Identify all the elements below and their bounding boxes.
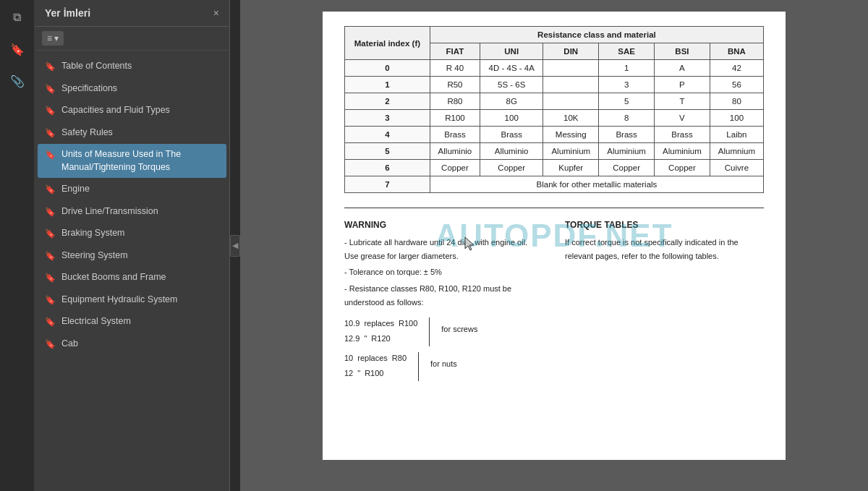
sidebar-item-toc[interactable]: 🔖 Table of Contents xyxy=(38,56,226,77)
cell-uni: 4D - 4S - 4A xyxy=(480,60,543,77)
sidebar-item-capacities[interactable]: 🔖 Capacities and Fluid Types xyxy=(38,100,226,121)
cell-fiat: R50 xyxy=(430,77,480,93)
cell-sae: Copper xyxy=(599,160,655,176)
sidebar-item-cab[interactable]: 🔖 Cab xyxy=(38,333,226,355)
sidebar-item-units[interactable]: 🔖 Units of Measure Used in The Manual/Ti… xyxy=(38,144,226,178)
cell-din: Aluminium xyxy=(543,143,599,160)
cell-sae: Aluminium xyxy=(599,143,655,160)
cell-index: 0 xyxy=(345,60,430,77)
cell-bna: Alumnium xyxy=(710,143,763,160)
cell-uni: Copper xyxy=(480,160,543,176)
table-header-material: Material index (f) xyxy=(345,27,430,60)
bookmark-icon-safety: 🔖 xyxy=(45,128,56,138)
table-row: 1 R50 5S - 6S 3 P 56 xyxy=(345,77,764,93)
bookmark-icon-cab: 🔖 xyxy=(45,339,56,349)
vertical-bar xyxy=(418,352,419,381)
cell-bna: 100 xyxy=(710,110,763,127)
bookmark-icon-steering: 🔖 xyxy=(45,251,56,261)
sidebar-label-cab: Cab xyxy=(61,338,78,351)
sidebar-label-capacities: Capacities and Fluid Types xyxy=(61,104,170,117)
cell-bna: Laibn xyxy=(710,127,763,143)
torque-section: TORQUE TABLES If correct torque is not s… xyxy=(565,220,764,381)
cell-bsi: A xyxy=(655,60,710,77)
two-col-section: WARNING - Lubricate all hardware until 2… xyxy=(344,220,764,381)
sidebar-label-bucket: Bucket Booms and Frame xyxy=(61,271,166,284)
warning-item: - Lubricate all hardware until 24 dia., … xyxy=(344,236,543,262)
cell-bna: 80 xyxy=(710,93,763,110)
sidebar-item-specs[interactable]: 🔖 Specifications xyxy=(38,78,226,100)
sidebar-label-steering: Steering System xyxy=(61,249,128,262)
cell-uni: Brass xyxy=(480,127,543,143)
warning-item: - Resistance classes R80, R100, R120 mus… xyxy=(344,282,543,309)
bookmark-icon-braking: 🔖 xyxy=(45,229,56,239)
sidebar-label-electrical: Electrical System xyxy=(61,315,131,328)
sidebar-item-drivetrain[interactable]: 🔖 Drive Line/Transmission xyxy=(38,201,226,223)
cell-bna: Cuivre xyxy=(710,160,763,176)
replace-table: 10.9replacesR10012.9"R120 for screws 10r… xyxy=(344,316,543,381)
bookmark-icon-capacities: 🔖 xyxy=(45,106,56,116)
sidebar-item-steering[interactable]: 🔖 Steering System xyxy=(38,245,226,267)
cell-sae: Brass xyxy=(599,127,655,143)
cell-bsi: P xyxy=(655,77,710,93)
bookmark-toolbar-icon[interactable]: 🔖 xyxy=(6,38,29,61)
sidebar-label-drivetrain: Drive Line/Transmission xyxy=(61,205,158,218)
paperclip-toolbar-icon[interactable]: 📎 xyxy=(6,69,29,93)
sidebar-item-electrical[interactable]: 🔖 Electrical System xyxy=(38,311,226,333)
sidebar-item-braking[interactable]: 🔖 Braking System xyxy=(38,223,226,244)
cell-din: Messing xyxy=(543,127,599,143)
cell-index: 4 xyxy=(345,127,430,143)
for-screws-label: for screws xyxy=(441,316,477,337)
cell-uni: 8G xyxy=(480,93,543,110)
warning-body: - Lubricate all hardware until 24 dia., … xyxy=(344,236,543,309)
cell-index: 7 xyxy=(345,176,430,193)
table-row: 5 Alluminio Alluminio Aluminium Aluminiu… xyxy=(345,143,764,160)
bookmark-icon-electrical: 🔖 xyxy=(45,317,56,327)
col-header-bna: BNA xyxy=(710,43,763,60)
cell-fiat: R100 xyxy=(430,110,480,127)
cell-fiat: R80 xyxy=(430,93,480,110)
replace-row: 10replacesR80 xyxy=(344,351,407,366)
col-header-uni: UNI xyxy=(480,43,543,60)
sidebar-label-braking: Braking System xyxy=(61,227,125,240)
copy-toolbar-icon[interactable]: ⧉ xyxy=(6,6,29,29)
cell-sae: 8 xyxy=(599,110,655,127)
table-row: 4 Brass Brass Messing Brass Brass Laibn xyxy=(345,127,764,143)
divider xyxy=(344,208,764,208)
sidebar-close-button[interactable]: × xyxy=(213,7,219,19)
page-container: AUTOPDF.NET Material index (f) Resistanc… xyxy=(323,12,786,460)
bookmark-icon-bucket: 🔖 xyxy=(45,273,56,283)
bookmark-icon-specs: 🔖 xyxy=(45,84,56,94)
cell-din: Kupfer xyxy=(543,160,599,176)
warning-section: WARNING - Lubricate all hardware until 2… xyxy=(344,220,543,381)
sidebar-label-toc: Table of Contents xyxy=(61,60,132,73)
cell-index: 1 xyxy=(345,77,430,93)
torque-heading: TORQUE TABLES xyxy=(565,220,764,230)
sidebar: Yer İmleri × ≡ ▾ 🔖 Table of Contents 🔖 S… xyxy=(35,0,230,491)
cell-uni: Alluminio xyxy=(480,143,543,160)
sidebar-item-engine[interactable]: 🔖 Engine xyxy=(38,179,226,200)
sidebar-item-bucket[interactable]: 🔖 Bucket Booms and Frame xyxy=(38,267,226,289)
bookmark-icon-hydraulic: 🔖 xyxy=(45,295,56,305)
cell-fiat: Brass xyxy=(430,127,480,143)
sidebar-collapse-arrow[interactable]: ◀ xyxy=(230,235,240,257)
bookmark-icon-units: 🔖 xyxy=(45,150,56,160)
cell-index: 6 xyxy=(345,160,430,176)
cell-din xyxy=(543,93,599,110)
cell-index: 5 xyxy=(345,143,430,160)
replace-row: 12.9"R120 xyxy=(344,331,417,346)
table-row: 6 Copper Copper Kupfer Copper Copper Cui… xyxy=(345,160,764,176)
sidebar-item-hydraulic[interactable]: 🔖 Equipment Hydraulic System xyxy=(38,289,226,311)
sidebar-label-hydraulic: Equipment Hydraulic System xyxy=(61,294,177,307)
cell-bna: 42 xyxy=(710,60,763,77)
cell-sae: 1 xyxy=(599,60,655,77)
replace-row: 12"R100 xyxy=(344,366,407,381)
sidebar-label-units: Units of Measure Used in The Manual/Tigh… xyxy=(61,148,216,174)
cell-index: 2 xyxy=(345,93,430,110)
cell-din: 10K xyxy=(543,110,599,127)
col-header-fiat: FIAT xyxy=(430,43,480,60)
cell-bsi: Copper xyxy=(655,160,710,176)
vertical-bar xyxy=(429,317,430,346)
table-row: 7 Blank for other metallic materials xyxy=(345,176,764,193)
sidebar-item-safety[interactable]: 🔖 Safety Rules xyxy=(38,122,226,144)
view-menu-button[interactable]: ≡ ▾ xyxy=(42,31,64,46)
